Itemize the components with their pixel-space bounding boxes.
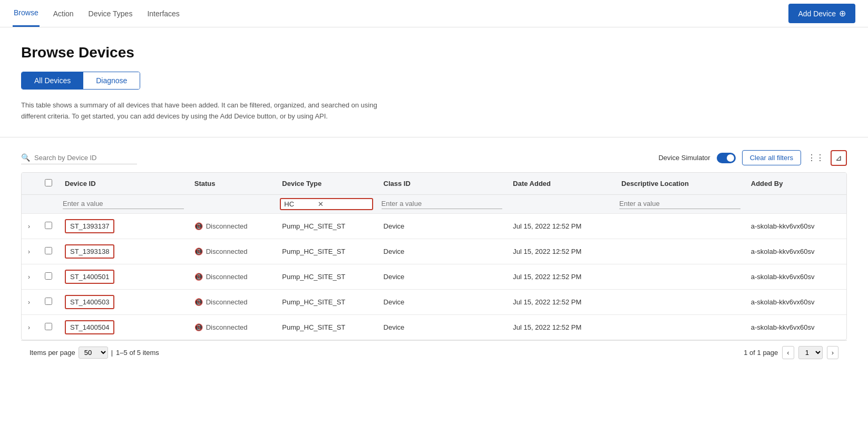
row-date-added: Jul 15, 2022 12:52 PM — [506, 239, 615, 264]
page-content: Browse Devices All Devices Diagnose This… — [0, 27, 868, 381]
row-device-id: ST_1400501 — [58, 264, 188, 289]
device-id-value: ST_1400504 — [65, 320, 114, 334]
top-nav: Browse Action Device Types Interfaces Ad… — [0, 0, 868, 27]
row-status: 📵 Disconnected — [188, 239, 276, 264]
row-expand-cell: › — [22, 213, 38, 239]
row-class-id: Device — [377, 213, 507, 239]
row-checkbox-cell — [38, 239, 58, 264]
table-row: › ST_1400504 📵 Disconnected Pump_HC_SITE… — [22, 314, 846, 340]
nav-device-types[interactable]: Device Types — [87, 0, 134, 27]
status-cell: 📵 Disconnected — [194, 248, 270, 255]
col-checkbox — [38, 173, 58, 195]
row-checkbox[interactable] — [45, 298, 52, 305]
tab-all-devices[interactable]: All Devices — [22, 72, 83, 89]
filter-checkbox-cell — [38, 194, 58, 213]
divider — [0, 137, 868, 137]
row-expand-cell: › — [22, 239, 38, 264]
clear-filters-button[interactable]: Clear all filters — [742, 150, 801, 165]
page-nav: 1 of 1 page ‹ 1 › — [744, 346, 838, 359]
row-location — [615, 314, 745, 340]
device-id-value: ST_1400503 — [65, 295, 114, 309]
class-id-filter-input[interactable] — [382, 199, 503, 209]
row-checkbox[interactable] — [45, 222, 52, 229]
pagination: Items per page 50 25 100 | 1–5 of 5 item… — [21, 340, 847, 364]
select-all-checkbox[interactable] — [45, 179, 52, 186]
filter-clear-icon[interactable]: ✕ — [318, 200, 324, 208]
filter-expand-cell — [22, 194, 38, 213]
simulator-toggle[interactable] — [717, 153, 736, 163]
next-page-button[interactable]: › — [827, 346, 838, 359]
row-expand-cell: › — [22, 264, 38, 289]
row-status: 📵 Disconnected — [188, 289, 276, 314]
filter-icon: ⊿ — [835, 153, 842, 162]
col-class-id: Class ID — [377, 173, 507, 195]
table-header-row: Device ID Status Device Type Class ID Da… — [22, 173, 846, 195]
row-expand-cell: › — [22, 314, 38, 340]
table-row: › ST_1393138 📵 Disconnected Pump_HC_SITE… — [22, 239, 846, 264]
table-row: › ST_1400503 📵 Disconnected Pump_HC_SITE… — [22, 289, 846, 314]
row-checkbox-cell — [38, 264, 58, 289]
filter-button[interactable]: ⊿ — [831, 150, 847, 166]
pagination-range: 1–5 of 5 items — [116, 349, 159, 357]
page-of-label: 1 of 1 page — [744, 349, 778, 357]
row-class-id: Device — [377, 314, 507, 340]
row-checkbox[interactable] — [45, 247, 52, 254]
col-location: Descriptive Location — [615, 173, 745, 195]
col-status: Status — [188, 173, 276, 195]
page-select[interactable]: 1 — [798, 346, 823, 359]
row-location — [615, 289, 745, 314]
filter-device-id-cell — [58, 194, 188, 213]
row-checkbox[interactable] — [45, 272, 52, 280]
row-status: 📵 Disconnected — [188, 213, 276, 239]
row-checkbox[interactable] — [45, 323, 52, 330]
search-input[interactable] — [34, 154, 129, 162]
row-added-by: a-skolab-kkv6vx60sv — [745, 264, 846, 289]
col-expand — [22, 173, 38, 195]
expand-icon[interactable]: › — [28, 299, 32, 306]
status-cell: 📵 Disconnected — [194, 222, 270, 230]
row-date-added: Jul 15, 2022 12:52 PM — [506, 289, 615, 314]
row-device-type: Pump_HC_SITE_ST — [276, 239, 377, 264]
filter-location-cell — [615, 194, 745, 213]
add-device-button[interactable]: Add Device ⊕ — [788, 4, 855, 23]
location-filter-input[interactable] — [619, 199, 740, 209]
disconnected-icon: 📵 — [194, 222, 203, 230]
per-page-select[interactable]: 50 25 100 — [79, 347, 108, 359]
disconnected-icon: 📵 — [194, 273, 203, 281]
row-device-id: ST_1400503 — [58, 289, 188, 314]
expand-icon[interactable]: › — [28, 324, 32, 331]
expand-icon[interactable]: › — [28, 223, 32, 230]
nav-interfaces[interactable]: Interfaces — [146, 0, 180, 27]
nav-browse[interactable]: Browse — [13, 0, 40, 27]
range-label: | — [111, 349, 113, 357]
nav-action[interactable]: Action — [52, 0, 75, 27]
search-icon: 🔍 — [21, 153, 30, 162]
expand-icon[interactable]: › — [28, 248, 32, 255]
device-id-filter-input[interactable] — [63, 199, 184, 209]
expand-icon[interactable]: › — [28, 273, 32, 281]
row-device-type: Pump_HC_SITE_ST — [276, 213, 377, 239]
device-type-filter-input[interactable] — [284, 200, 316, 208]
row-checkbox-cell — [38, 314, 58, 340]
search-wrapper: 🔍 — [21, 151, 137, 164]
prev-page-button[interactable]: ‹ — [782, 346, 794, 359]
row-device-type: Pump_HC_SITE_ST — [276, 289, 377, 314]
columns-icon[interactable]: ⋮⋮ — [807, 153, 824, 163]
status-cell: 📵 Disconnected — [194, 323, 270, 331]
row-checkbox-cell — [38, 213, 58, 239]
items-per-page-label: Items per page — [30, 349, 75, 357]
tab-diagnose[interactable]: Diagnose — [83, 72, 140, 89]
col-device-type: Device Type — [276, 173, 377, 195]
row-device-type: Pump_HC_SITE_ST — [276, 314, 377, 340]
filter-row: ✕ — [22, 194, 846, 213]
row-device-type: Pump_HC_SITE_ST — [276, 264, 377, 289]
filter-class-id-cell — [377, 194, 507, 213]
row-date-added: Jul 15, 2022 12:52 PM — [506, 213, 615, 239]
col-date-added: Date Added — [506, 173, 615, 195]
row-date-added: Jul 15, 2022 12:52 PM — [506, 264, 615, 289]
row-location — [615, 213, 745, 239]
row-device-id: ST_1393137 — [58, 213, 188, 239]
table-wrapper: Device ID Status Device Type Class ID Da… — [21, 172, 847, 340]
disconnected-icon: 📵 — [194, 248, 203, 255]
filter-status-cell — [188, 194, 276, 213]
